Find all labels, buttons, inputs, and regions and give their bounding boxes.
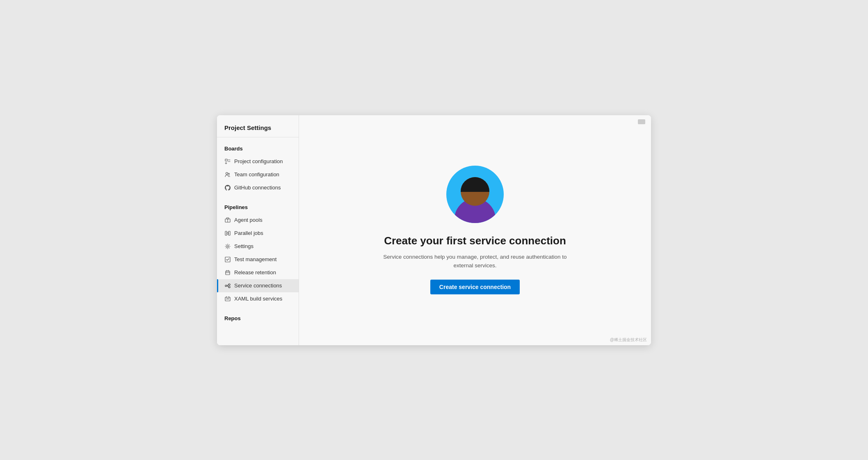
parallel-jobs-icon	[224, 230, 231, 237]
sidebar-item-label: Release retention	[234, 269, 276, 276]
sidebar-item-agent-pools[interactable]: Agent pools	[217, 214, 299, 227]
service-connections-icon	[224, 282, 231, 289]
sidebar-item-xaml-build-services[interactable]: XAML build services	[217, 292, 299, 305]
sidebar-section-repos: Repos	[217, 307, 299, 326]
sidebar-item-github-connections[interactable]: GitHub connections	[217, 181, 299, 194]
sidebar-item-project-configuration[interactable]: Project configuration	[217, 155, 299, 168]
watermark: @稀土掘金技术社区	[610, 337, 647, 343]
illustration	[446, 166, 504, 223]
svg-rect-4	[226, 218, 229, 219]
sidebar: Project Settings Boards Project configur…	[217, 115, 299, 345]
svg-point-9	[227, 246, 228, 247]
sidebar-item-test-management[interactable]: Test management	[217, 253, 299, 266]
svg-rect-6	[225, 231, 227, 235]
sidebar-item-label: Project configuration	[234, 158, 283, 164]
team-config-icon	[224, 171, 231, 178]
sidebar-item-label: Service connections	[234, 282, 282, 289]
sidebar-item-team-configuration[interactable]: Team configuration	[217, 168, 299, 181]
sidebar-item-service-connections[interactable]: Service connections	[217, 279, 299, 292]
main-window: Project Settings Boards Project configur…	[217, 115, 651, 345]
sidebar-section-pipelines: Pipelines Agent pools	[217, 196, 299, 307]
svg-point-13	[228, 284, 230, 285]
sidebar-item-label: GitHub connections	[234, 184, 281, 191]
sidebar-item-parallel-jobs[interactable]: Parallel jobs	[217, 227, 299, 240]
sidebar-item-label: Test management	[234, 256, 276, 262]
person-hair	[461, 177, 489, 192]
github-icon	[224, 184, 231, 191]
section-title-boards: Boards	[217, 144, 299, 155]
section-title-pipelines: Pipelines	[217, 203, 299, 214]
settings-icon	[224, 243, 231, 250]
sidebar-item-label: XAML build services	[234, 296, 282, 302]
main-title: Create your first service connection	[384, 235, 566, 247]
svg-point-2	[228, 173, 230, 174]
sidebar-item-label: Parallel jobs	[234, 230, 263, 236]
sidebar-header: Project Settings	[217, 115, 299, 137]
main-content: Create your first service connection Ser…	[299, 115, 651, 345]
release-retention-icon	[224, 269, 231, 276]
sidebar-item-label: Settings	[234, 243, 254, 249]
main-description: Service connections help you manage, pro…	[377, 253, 573, 270]
svg-point-14	[228, 286, 230, 288]
window-controls	[638, 119, 645, 124]
svg-rect-7	[228, 231, 230, 235]
agent-pools-icon	[224, 217, 231, 223]
sidebar-item-settings[interactable]: Settings	[217, 240, 299, 253]
svg-line-16	[227, 286, 228, 287]
sidebar-item-label: Team configuration	[234, 171, 279, 178]
section-title-repos: Repos	[217, 314, 299, 325]
svg-point-1	[226, 172, 228, 174]
window-control-minimize[interactable]	[638, 119, 645, 124]
svg-line-15	[227, 285, 228, 286]
board-config-icon	[224, 158, 231, 165]
sidebar-item-label: Agent pools	[234, 217, 263, 223]
svg-rect-0	[225, 159, 227, 161]
xaml-build-icon	[224, 296, 231, 302]
sidebar-item-release-retention[interactable]: Release retention	[217, 266, 299, 279]
create-service-connection-button[interactable]: Create service connection	[430, 280, 520, 294]
svg-rect-10	[225, 257, 230, 262]
sidebar-section-boards: Boards Project configuration	[217, 137, 299, 196]
test-management-icon	[224, 256, 231, 263]
svg-point-12	[225, 285, 227, 287]
